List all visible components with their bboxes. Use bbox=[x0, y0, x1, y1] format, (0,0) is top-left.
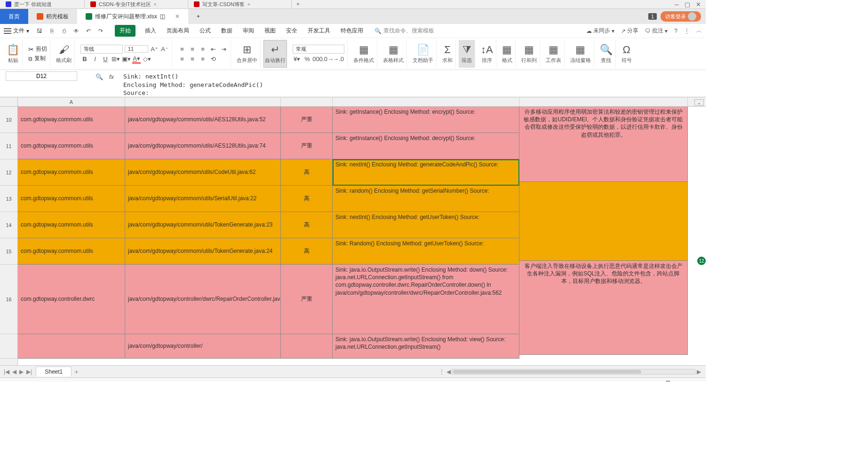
file-menu[interactable]: 文件▾ bbox=[4, 27, 29, 35]
merge-button[interactable]: ⊞合并居中 bbox=[234, 40, 261, 68]
cond-format-button[interactable]: ▦条件格式 bbox=[350, 40, 377, 68]
browser-tab[interactable]: CSDN-专业IT技术社区× bbox=[85, 0, 188, 9]
undo-icon[interactable]: ↶ bbox=[85, 27, 92, 35]
dec-decimal-icon[interactable]: →.0 bbox=[334, 55, 342, 63]
font-color-icon[interactable]: A▾ bbox=[132, 55, 141, 63]
row-header[interactable]: 11 bbox=[0, 133, 17, 159]
col-header[interactable] bbox=[281, 97, 333, 106]
tab-start[interactable]: 开始 bbox=[115, 25, 135, 37]
col-header[interactable] bbox=[333, 97, 519, 106]
find-button[interactable]: 🔍查找 bbox=[597, 40, 616, 68]
sheet-nav-first-icon[interactable]: |◀ bbox=[4, 368, 9, 375]
cell[interactable]: Sink: Random() Enclosing Method: getUser… bbox=[333, 238, 519, 265]
new-blank-tab[interactable]: + bbox=[188, 9, 208, 24]
sort-button[interactable]: ↕A排序 bbox=[478, 40, 496, 68]
cell[interactable]: Sink: nextInt() Enclosing Method: genera… bbox=[333, 159, 519, 186]
cell[interactable]: Sink: java.io.OutputStream.write() Enclo… bbox=[333, 265, 519, 334]
scroll-split-icon[interactable]: ⋮ bbox=[438, 368, 445, 375]
document-tab[interactable]: 维修厂安评问题整理.xlsx◫✕ bbox=[77, 9, 188, 24]
col-header[interactable] bbox=[125, 97, 281, 106]
tab-apps[interactable]: 特色应用 bbox=[340, 25, 364, 37]
cell[interactable]: 严重 bbox=[281, 265, 333, 334]
paste-group[interactable]: 📋粘贴 bbox=[4, 40, 23, 68]
merged-cell[interactable]: 许多移动应用程序使用弱加密算法和较差的密钥管理过程来保护敏感数据，如UDID/E… bbox=[519, 107, 688, 182]
zoom-in-icon[interactable]: + bbox=[699, 381, 702, 382]
print-icon[interactable]: ⎙ bbox=[60, 27, 68, 35]
cell[interactable]: java/com/gdtopway/commom/utils/TokenGene… bbox=[125, 238, 281, 265]
zoom-icon[interactable]: 🔍 bbox=[95, 72, 104, 81]
highlight-icon[interactable]: ◇▾ bbox=[143, 55, 151, 63]
align-right-icon[interactable]: ≡ bbox=[199, 55, 207, 63]
wrap-button[interactable]: ↵自动换行 bbox=[263, 40, 287, 68]
float-badge[interactable]: 12 bbox=[697, 257, 706, 265]
cell[interactable]: java/com/gdtopway/commom/utils/SerialUti… bbox=[125, 186, 281, 212]
name-box[interactable] bbox=[6, 71, 77, 81]
cell[interactable]: java/com/gdtopway/commom/utils/CodeUtil.… bbox=[125, 159, 281, 186]
horizontal-scrollbar[interactable]: ⋮ ◀ ▶ bbox=[438, 369, 702, 375]
row-header[interactable]: 12 bbox=[0, 159, 17, 186]
collapse-ribbon-icon[interactable]: ︿ bbox=[696, 27, 702, 35]
align-top-icon[interactable]: ≡ bbox=[178, 45, 186, 53]
formula-content[interactable]: Sink: nextInt() Enclosing Method: genera… bbox=[119, 71, 267, 98]
thousands-icon[interactable]: 000 bbox=[313, 55, 322, 63]
row-header[interactable]: 10 bbox=[0, 107, 17, 133]
row-header[interactable]: 14 bbox=[0, 212, 17, 238]
tab-devtools[interactable]: 开发工具 bbox=[307, 25, 331, 37]
view-grid-icon[interactable]: ⊞ bbox=[594, 380, 598, 382]
font-select[interactable]: 等线 bbox=[80, 45, 123, 54]
zoom-out-icon[interactable]: − bbox=[630, 381, 633, 382]
cell[interactable]: com.gdtopway.commom.utils bbox=[18, 186, 125, 212]
help-icon[interactable]: ? bbox=[674, 28, 677, 34]
select-all-corner[interactable] bbox=[0, 97, 18, 107]
rowcol-button[interactable]: ▦行和列 bbox=[518, 40, 540, 68]
home-tab[interactable]: 首页 bbox=[0, 9, 28, 24]
format-brush[interactable]: 🖌格式刷 bbox=[53, 40, 75, 68]
cell[interactable]: 高 bbox=[281, 186, 333, 212]
cell[interactable]: com.gdtopway.controller.dwrc bbox=[18, 265, 125, 334]
notification-badge[interactable]: 1 bbox=[648, 13, 657, 20]
template-tab[interactable]: 稻壳模板 bbox=[28, 9, 77, 24]
cell[interactable] bbox=[281, 334, 333, 359]
align-left-icon[interactable]: ≡ bbox=[178, 55, 186, 63]
tab-view[interactable]: 视图 bbox=[263, 25, 277, 37]
worksheet-button[interactable]: ▦工作表 bbox=[543, 40, 565, 68]
fill-icon[interactable]: ▣▾ bbox=[122, 55, 130, 63]
view-normal-icon[interactable]: ▦ bbox=[575, 380, 580, 382]
underline-icon[interactable]: U bbox=[101, 55, 110, 63]
more-icon[interactable]: ⋮ bbox=[684, 28, 690, 34]
close-icon[interactable]: ✕ bbox=[175, 13, 180, 20]
tab-formula[interactable]: 公式 bbox=[199, 25, 212, 37]
cell[interactable]: com.gdtopway.commom.utils bbox=[18, 238, 125, 265]
col-header-a[interactable]: A bbox=[18, 97, 125, 106]
annotate-button[interactable]: 🗨批注▾ bbox=[645, 27, 668, 35]
freeze-button[interactable]: ▦冻结窗格 bbox=[567, 40, 594, 68]
redo-icon[interactable]: ↷ bbox=[97, 27, 104, 35]
scroll-left-icon[interactable]: ◀ bbox=[445, 368, 452, 375]
row-header[interactable]: 15 bbox=[0, 238, 17, 265]
cell[interactable]: 严重 bbox=[281, 133, 333, 159]
view-page-icon[interactable]: ▢ bbox=[584, 380, 589, 382]
border-icon[interactable]: ⊞▾ bbox=[111, 55, 120, 63]
share-button[interactable]: ↗分享 bbox=[621, 27, 638, 35]
orientation-icon[interactable]: ⟲ bbox=[209, 55, 217, 63]
preview-icon[interactable]: 👁 bbox=[72, 27, 80, 35]
bold-icon[interactable]: B bbox=[80, 55, 89, 63]
minimize-icon[interactable]: ─ bbox=[675, 1, 679, 8]
cell[interactable]: Sink: nextInt() Enclosing Method: getUse… bbox=[333, 212, 519, 238]
cell[interactable]: Sink: getInstance() Enclosing Method: en… bbox=[333, 107, 519, 133]
cell[interactable]: com.gdtopway.commom.utils bbox=[18, 133, 125, 159]
row-header[interactable]: 16 bbox=[0, 265, 17, 334]
tab-security[interactable]: 安全 bbox=[285, 25, 298, 37]
cell[interactable]: java/com/gdtopway/controller/ bbox=[125, 334, 281, 359]
row-header[interactable]: 13 bbox=[0, 186, 17, 212]
cell[interactable]: java/com/gdtopway/commom/utils/AES128Uti… bbox=[125, 133, 281, 159]
doc-lock-icon[interactable]: ⎙ bbox=[4, 381, 7, 382]
percent-icon[interactable]: % bbox=[303, 55, 311, 63]
cell[interactable]: Sink: random() Enclosing Method: getSeri… bbox=[333, 186, 519, 212]
command-search[interactable]: 🔍查找命令、搜索模板 bbox=[374, 27, 434, 35]
cell[interactable]: Sink: getInstance() Enclosing Method: de… bbox=[333, 133, 519, 159]
browser-tab[interactable]: 写文章-CSDN博客× bbox=[188, 0, 292, 9]
merged-cell[interactable] bbox=[519, 182, 688, 261]
new-tab-button[interactable]: + bbox=[292, 1, 304, 8]
copy-button[interactable]: 复制 bbox=[34, 55, 46, 63]
